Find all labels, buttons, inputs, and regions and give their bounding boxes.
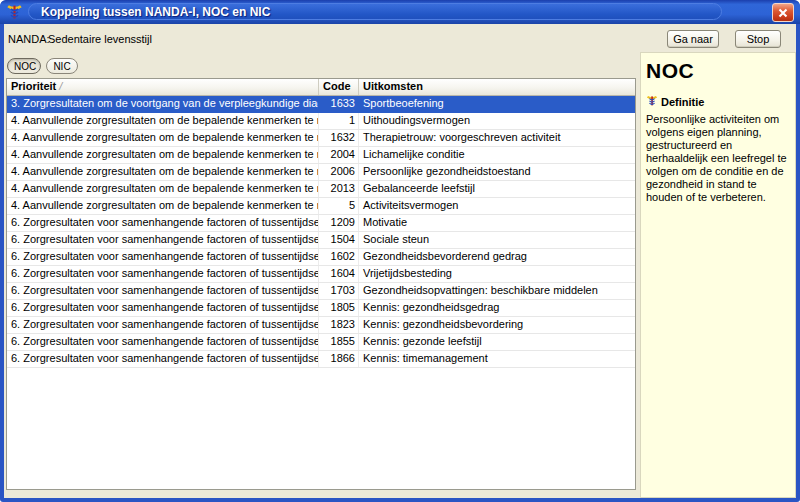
- stop-button[interactable]: Stop: [735, 30, 781, 48]
- close-icon: [778, 4, 788, 22]
- table-row[interactable]: 6. Zorgresultaten voor samenhangende fac…: [7, 300, 635, 317]
- definition-header: Definitie: [646, 93, 790, 111]
- definition-label: Definitie: [661, 96, 704, 108]
- table-row[interactable]: 6. Zorgresultaten voor samenhangende fac…: [7, 317, 635, 334]
- table-row[interactable]: 4. Aanvullende zorgresultaten om de bepa…: [7, 164, 635, 181]
- table-row[interactable]: 4. Aanvullende zorgresultaten om de bepa…: [7, 130, 635, 147]
- column-header-prioriteit[interactable]: Prioriteit /: [7, 79, 319, 95]
- table-row[interactable]: 4. Aanvullende zorgresultaten om de bepa…: [7, 113, 635, 130]
- table-row[interactable]: 6. Zorgresultaten voor samenhangende fac…: [7, 249, 635, 266]
- nanda-label: NANDA:: [8, 33, 50, 45]
- title-pill: Koppeling tussen NANDA-I, NOC en NIC: [28, 3, 722, 20]
- table-row[interactable]: 4. Aanvullende zorgresultaten om de bepa…: [7, 147, 635, 164]
- panel-title: NOC: [646, 59, 790, 83]
- column-header-uitkomsten[interactable]: Uitkomsten: [359, 79, 635, 95]
- table-header[interactable]: Prioriteit / Code Uitkomsten: [7, 79, 635, 96]
- table-row[interactable]: 4. Aanvullende zorgresultaten om de bepa…: [7, 181, 635, 198]
- client-area: NANDA: Sedentaire levensstijl Ga naar St…: [4, 24, 796, 498]
- table-row[interactable]: 6. Zorgresultaten voor samenhangende fac…: [7, 334, 635, 351]
- table-row[interactable]: 6. Zorgresultaten voor samenhangende fac…: [7, 232, 635, 249]
- table-row[interactable]: 4. Aanvullende zorgresultaten om de bepa…: [7, 198, 635, 215]
- noc-panel: NOC Definitie Persoonlijke activiteiten …: [640, 52, 796, 498]
- table-body: 3. Zorgresultaten om de voortgang van de…: [7, 96, 635, 368]
- results-table: Prioriteit / Code Uitkomsten 3. Zorgresu…: [6, 78, 636, 490]
- table-row[interactable]: 6. Zorgresultaten voor samenhangende fac…: [7, 215, 635, 232]
- table-row[interactable]: 6. Zorgresultaten voor samenhangende fac…: [7, 283, 635, 300]
- definition-caduceus-icon: [646, 93, 658, 111]
- definition-text: Persoonlijke activiteiten om volgens eig…: [646, 113, 790, 204]
- ga-naar-button[interactable]: Ga naar: [667, 30, 719, 48]
- sort-ascending-icon: /: [59, 80, 62, 92]
- tab-noc[interactable]: NOC: [7, 58, 41, 74]
- table-row[interactable]: 6. Zorgresultaten voor samenhangende fac…: [7, 351, 635, 368]
- nanda-value: Sedentaire levensstijl: [48, 33, 152, 45]
- window-title: Koppeling tussen NANDA-I, NOC en NIC: [41, 5, 270, 19]
- tab-nic[interactable]: NIC: [46, 58, 78, 74]
- titlebar: Koppeling tussen NANDA-I, NOC en NIC: [0, 0, 800, 24]
- app-window: Koppeling tussen NANDA-I, NOC en NIC NAN…: [0, 0, 800, 502]
- table-row[interactable]: 3. Zorgresultaten om de voortgang van de…: [7, 96, 635, 113]
- close-button[interactable]: [772, 3, 794, 22]
- column-header-code[interactable]: Code: [319, 79, 359, 95]
- caduceus-icon: [6, 3, 23, 20]
- table-row[interactable]: 6. Zorgresultaten voor samenhangende fac…: [7, 266, 635, 283]
